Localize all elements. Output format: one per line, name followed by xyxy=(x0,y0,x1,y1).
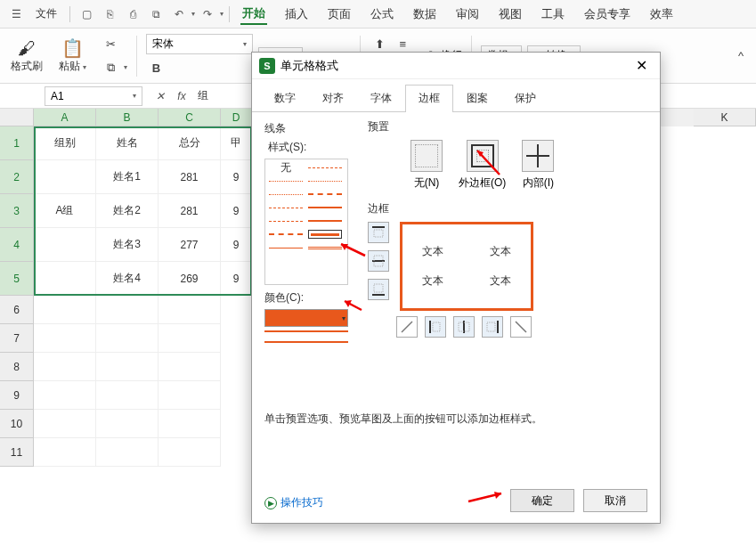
cell[interactable] xyxy=(96,381,159,410)
dtab-number[interactable]: 数字 xyxy=(261,85,309,111)
row-header[interactable]: 10 xyxy=(0,410,34,438)
cell[interactable] xyxy=(34,381,96,410)
row-header[interactable]: 8 xyxy=(0,353,34,381)
dtab-font[interactable]: 字体 xyxy=(357,85,405,111)
cell[interactable]: 281 xyxy=(159,160,221,194)
cancel-button[interactable]: 取消 xyxy=(583,489,647,512)
style-opt[interactable] xyxy=(269,190,303,199)
preset-outer[interactable]: 外边框(O) xyxy=(459,140,506,191)
cell[interactable] xyxy=(96,324,159,353)
cell[interactable] xyxy=(34,438,96,467)
border-diag-up-button[interactable] xyxy=(396,316,418,338)
cell[interactable] xyxy=(34,296,96,324)
style-opt[interactable] xyxy=(308,243,342,252)
cell[interactable] xyxy=(34,262,96,296)
cell[interactable]: 总分 xyxy=(159,126,221,160)
cell[interactable]: 9 xyxy=(221,228,252,262)
row-header[interactable]: 2 xyxy=(0,160,34,194)
col-header-k[interactable]: K xyxy=(694,109,756,126)
border-preview[interactable]: 文本 文本 文本 文本 xyxy=(400,222,533,311)
paste-button[interactable]: 📋 粘贴 ▾ xyxy=(53,36,92,76)
style-opt[interactable] xyxy=(269,243,303,252)
cell[interactable] xyxy=(96,353,159,381)
row-header[interactable]: 4 xyxy=(0,228,34,262)
chevron-down-icon[interactable]: ▾ xyxy=(124,63,127,71)
row-header[interactable]: 3 xyxy=(0,194,34,228)
style-opt-selected[interactable] xyxy=(308,230,342,239)
style-opt[interactable] xyxy=(308,203,342,212)
border-right-button[interactable] xyxy=(482,316,503,338)
copy-icon[interactable]: ⧉ xyxy=(101,58,120,77)
select-all-corner[interactable] xyxy=(0,109,34,126)
row-header[interactable]: 7 xyxy=(0,324,34,353)
cell[interactable]: 姓名2 xyxy=(96,194,159,228)
preset-none[interactable]: 无(N) xyxy=(411,140,443,191)
tab-efficiency[interactable]: 效率 xyxy=(648,4,675,24)
col-header-a[interactable]: A xyxy=(34,109,96,126)
row-header[interactable]: 1 xyxy=(0,126,34,160)
cell[interactable]: 姓名3 xyxy=(96,228,159,262)
style-opt[interactable] xyxy=(269,230,303,239)
style-opt[interactable] xyxy=(308,176,342,185)
cell[interactable]: 姓名4 xyxy=(96,262,159,296)
col-header-b[interactable]: B xyxy=(96,109,159,126)
tab-tools[interactable]: 工具 xyxy=(540,4,566,24)
tab-start[interactable]: 开始 xyxy=(240,4,267,25)
cell[interactable] xyxy=(96,438,159,467)
format-brush-button[interactable]: 🖌 格式刷 xyxy=(5,36,48,76)
cell[interactable] xyxy=(159,296,221,324)
cell[interactable] xyxy=(34,410,96,438)
border-vmid-button[interactable] xyxy=(453,316,475,338)
close-icon[interactable]: ✕ xyxy=(630,55,653,76)
dtab-align[interactable]: 对齐 xyxy=(309,85,357,111)
style-opt[interactable] xyxy=(269,176,303,185)
cell[interactable] xyxy=(159,324,221,353)
cell[interactable]: A组 xyxy=(34,194,96,228)
cell[interactable]: 姓名1 xyxy=(96,160,159,194)
cell[interactable]: 9 xyxy=(221,160,252,194)
cell[interactable]: 9 xyxy=(221,262,252,296)
cell[interactable] xyxy=(159,438,221,467)
style-opt[interactable] xyxy=(269,216,303,225)
style-opt[interactable] xyxy=(308,163,342,172)
cell[interactable] xyxy=(159,353,221,381)
row-header[interactable]: 9 xyxy=(0,381,34,410)
style-opt[interactable] xyxy=(308,190,342,199)
border-left-button[interactable] xyxy=(425,316,446,338)
cell[interactable] xyxy=(159,410,221,438)
cell[interactable]: 9 xyxy=(221,194,252,228)
collapse-ribbon-icon[interactable]: ^ xyxy=(731,46,751,66)
ok-button[interactable]: 确定 xyxy=(510,489,574,512)
style-opt[interactable] xyxy=(269,203,303,212)
font-name-select[interactable]: 宋体 ▾ xyxy=(146,34,253,54)
cell[interactable]: 甲 xyxy=(221,126,252,160)
tips-link[interactable]: ▶ 操作技巧 xyxy=(264,495,323,510)
cell[interactable] xyxy=(34,353,96,381)
tab-view[interactable]: 视图 xyxy=(497,4,524,24)
dtab-border[interactable]: 边框 xyxy=(405,85,453,112)
cell[interactable]: 277 xyxy=(159,228,221,262)
dtab-pattern[interactable]: 图案 xyxy=(453,85,501,111)
row-header[interactable]: 11 xyxy=(0,438,34,467)
cell[interactable] xyxy=(34,160,96,194)
col-header-c[interactable]: C xyxy=(159,109,221,126)
tab-formula[interactable]: 公式 xyxy=(369,4,395,24)
dtab-protect[interactable]: 保护 xyxy=(501,85,549,111)
tab-page[interactable]: 页面 xyxy=(326,4,353,24)
border-bottom-button[interactable] xyxy=(368,279,389,300)
cell[interactable]: 269 xyxy=(159,262,221,296)
tab-data[interactable]: 数据 xyxy=(411,4,438,24)
cell[interactable] xyxy=(96,410,159,438)
cancel-formula-icon[interactable]: ✕ xyxy=(150,86,171,106)
cell[interactable]: 组别 xyxy=(34,126,96,160)
style-none[interactable]: 无 xyxy=(269,163,303,172)
cell[interactable]: 281 xyxy=(159,194,221,228)
row-header[interactable]: 5 xyxy=(0,262,34,296)
preset-inner[interactable]: 内部(I) xyxy=(522,140,554,191)
tab-member[interactable]: 会员专享 xyxy=(582,4,632,24)
col-header-d[interactable]: D xyxy=(221,109,252,126)
border-hmid-button[interactable] xyxy=(368,250,389,272)
cell[interactable] xyxy=(34,228,96,262)
tab-insert[interactable]: 插入 xyxy=(283,4,310,24)
fx-icon[interactable]: fx xyxy=(171,86,192,106)
